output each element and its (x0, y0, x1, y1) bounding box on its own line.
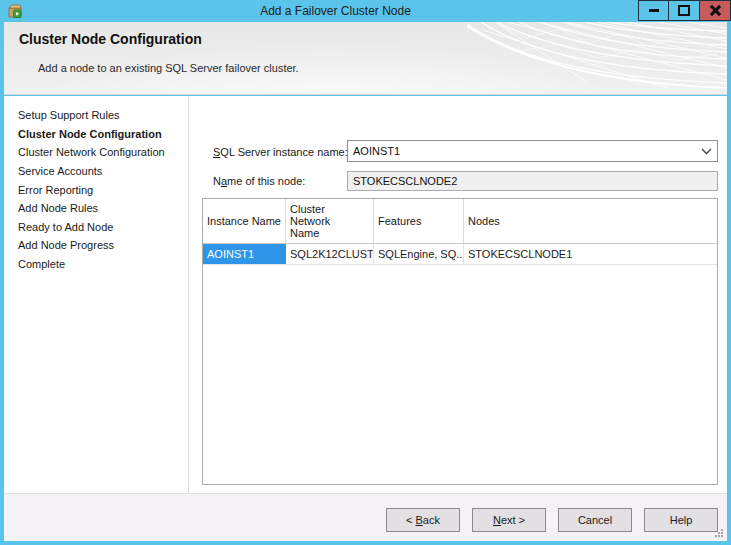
step-list-sidebar: Setup Support Rules Cluster Node Configu… (4, 96, 189, 493)
node-name-field[interactable]: STOKECSCLNODE2 (347, 171, 718, 191)
wizard-footer: < Back Next > Cancel Help (4, 493, 727, 541)
page-subtitle: Add a node to an existing SQL Server fai… (38, 62, 299, 74)
node-name-value: STOKECSCLNODE2 (353, 175, 457, 187)
cell-features: SQLEngine, SQ... (374, 244, 464, 264)
page-title: Cluster Node Configuration (19, 31, 202, 47)
cancel-button[interactable]: Cancel (558, 508, 632, 532)
back-button[interactable]: < Back (386, 508, 460, 532)
cell-cluster-network-name: SQL2K12CLUST1 (286, 244, 374, 264)
minimize-icon (649, 9, 659, 12)
column-header-cluster-network-name: Cluster Network Name (286, 199, 374, 243)
label-part: me of this node: (227, 175, 305, 187)
name-of-this-node-label: Name of this node: (213, 175, 305, 187)
help-button[interactable]: Help (644, 508, 718, 532)
sidebar-item-service-accounts: Service Accounts (18, 162, 188, 181)
sql-server-instance-name-dropdown[interactable]: AOINST1 (347, 140, 718, 162)
dropdown-selected-value: AOINST1 (353, 145, 400, 157)
mesh-decoration-graphic (467, 22, 727, 94)
sidebar-item-error-reporting: Error Reporting (18, 180, 188, 199)
label-part: N (213, 175, 221, 187)
cell-nodes: STOKECSCLNODE1 (464, 244, 717, 264)
button-label: Help (670, 514, 693, 526)
button-label: Cancel (578, 514, 612, 526)
window-title: Add a Failover Cluster Node (60, 0, 611, 22)
sidebar-item-setup-support-rules: Setup Support Rules (18, 106, 188, 125)
maximize-icon (678, 5, 690, 16)
column-header-features: Features (374, 199, 464, 243)
sidebar-item-ready-to-add-node: Ready to Add Node (18, 218, 188, 237)
add-failover-cluster-node-window: Add a Failover Cluster Node (0, 0, 731, 545)
close-button[interactable] (700, 0, 731, 21)
wizard-body: Setup Support Rules Cluster Node Configu… (4, 96, 727, 493)
label-part: QL Server instance name: (220, 146, 347, 158)
wizard-header: Cluster Node Configuration Add a node to… (4, 22, 727, 95)
sql-server-instance-name-label: SQL Server instance name: (213, 146, 348, 158)
next-button[interactable]: Next > (472, 508, 546, 532)
chevron-down-icon (701, 148, 712, 155)
sidebar-item-cluster-node-configuration: Cluster Node Configuration (18, 125, 188, 144)
sidebar-item-complete: Complete (18, 255, 188, 274)
sidebar-item-add-node-rules: Add Node Rules (18, 199, 188, 218)
table-row[interactable]: AOINST1 SQL2K12CLUST1 SQLEngine, SQ... S… (203, 244, 717, 265)
sql-setup-app-icon (7, 3, 23, 19)
column-header-instance-name: Instance Name (203, 199, 286, 243)
window-controls (638, 0, 731, 21)
instances-grid: Instance Name Cluster Network Name Featu… (202, 198, 718, 485)
column-header-nodes: Nodes (464, 199, 717, 243)
minimize-button[interactable] (638, 0, 669, 21)
button-row: < Back Next > Cancel Help (386, 508, 718, 532)
button-label: < Back (406, 514, 440, 526)
sidebar-item-cluster-network-configuration: Cluster Network Configuration (18, 143, 188, 162)
cell-instance-name[interactable]: AOINST1 (203, 244, 286, 264)
grid-header-row: Instance Name Cluster Network Name Featu… (203, 199, 717, 244)
button-label: Next > (493, 514, 525, 526)
resize-grip-icon[interactable] (715, 529, 724, 538)
titlebar: Add a Failover Cluster Node (0, 0, 731, 22)
sidebar-item-add-node-progress: Add Node Progress (18, 236, 188, 255)
maximize-button[interactable] (669, 0, 700, 21)
close-icon (709, 5, 721, 16)
